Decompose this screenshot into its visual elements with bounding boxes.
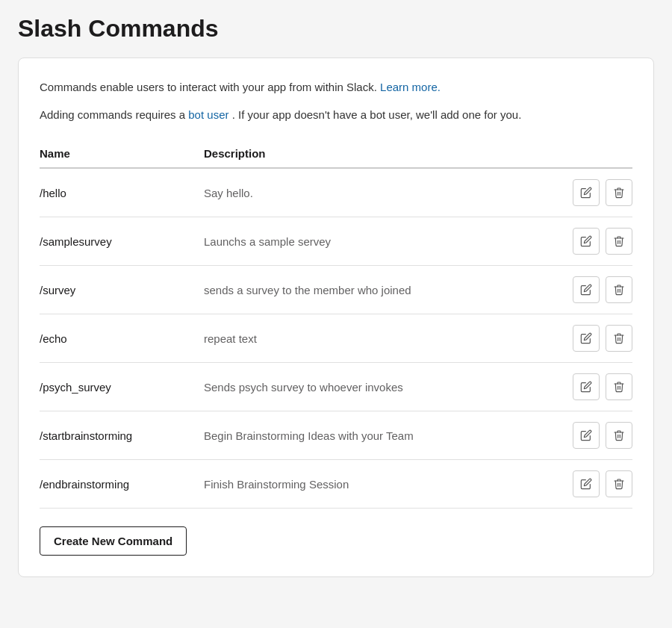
command-actions [550, 325, 632, 352]
command-name: /startbrainstorming [40, 429, 204, 442]
info-line1: Commands enable users to interact with y… [40, 79, 632, 96]
command-actions [550, 422, 632, 449]
command-description: repeat text [204, 332, 550, 345]
info-line2-prefix: Adding commands requires a [40, 108, 188, 121]
trash-icon [613, 235, 625, 247]
table-row: /samplesurvey Launchs a sample servey [40, 217, 632, 266]
command-description: Say hello. [204, 187, 550, 199]
trash-icon [613, 478, 625, 490]
command-description: Sends psych survey to whoever invokes [204, 381, 550, 394]
info-line2-suffix: . If your app doesn't have a bot user, w… [232, 108, 522, 121]
pencil-icon [580, 429, 592, 441]
info-line2: Adding commands requires a bot user . If… [40, 107, 632, 124]
col-header-name: Name [40, 147, 204, 160]
edit-button[interactable] [573, 179, 600, 206]
page-title: Slash Commands [18, 15, 654, 43]
trash-icon [613, 429, 625, 441]
delete-button[interactable] [606, 373, 632, 400]
command-name: /endbrainstorming [40, 478, 204, 491]
edit-button[interactable] [573, 470, 600, 497]
delete-button[interactable] [606, 470, 632, 497]
learn-more-link[interactable]: Learn more. [380, 81, 441, 93]
trash-icon [613, 381, 625, 393]
bot-user-link[interactable]: bot user [188, 108, 228, 121]
command-name: /hello [40, 187, 204, 199]
table-row: /psych_survey Sends psych survey to whoe… [40, 363, 632, 411]
edit-button[interactable] [573, 276, 600, 303]
col-header-description: Description [204, 147, 550, 160]
main-card: Commands enable users to interact with y… [18, 57, 654, 577]
command-description: Launchs a sample servey [204, 235, 550, 248]
delete-button[interactable] [606, 228, 632, 255]
table-header: Name Description [40, 141, 632, 169]
trash-icon [613, 187, 625, 199]
command-actions [550, 373, 632, 400]
trash-icon [613, 284, 625, 296]
table-row: /startbrainstorming Begin Brainstorming … [40, 411, 632, 460]
command-actions [550, 228, 632, 255]
trash-icon [613, 332, 625, 344]
command-name: /echo [40, 332, 204, 345]
table-row: /echo repeat text [40, 314, 632, 363]
command-actions [550, 276, 632, 303]
pencil-icon [580, 381, 592, 393]
pencil-icon [580, 332, 592, 344]
table-rows-container: /hello Say hello. [40, 169, 632, 509]
command-name: /psych_survey [40, 381, 204, 394]
command-actions [550, 470, 632, 497]
create-new-command-button[interactable]: Create New Command [40, 526, 187, 556]
delete-button[interactable] [606, 325, 632, 352]
pencil-icon [580, 478, 592, 490]
command-actions [550, 179, 632, 206]
command-description: sends a survey to the member who joined [204, 284, 550, 296]
pencil-icon [580, 187, 592, 199]
delete-button[interactable] [606, 179, 632, 206]
delete-button[interactable] [606, 276, 632, 303]
info-line1-text: Commands enable users to interact with y… [40, 81, 380, 93]
commands-table: Name Description /hello Say hello. [40, 141, 632, 509]
edit-button[interactable] [573, 373, 600, 400]
command-description: Finish Brainstorming Session [204, 478, 550, 491]
pencil-icon [580, 235, 592, 247]
table-row: /endbrainstorming Finish Brainstorming S… [40, 460, 632, 509]
edit-button[interactable] [573, 325, 600, 352]
command-name: /samplesurvey [40, 235, 204, 248]
table-row: /survey sends a survey to the member who… [40, 266, 632, 314]
delete-button[interactable] [606, 422, 632, 449]
edit-button[interactable] [573, 422, 600, 449]
pencil-icon [580, 284, 592, 296]
command-name: /survey [40, 284, 204, 296]
table-row: /hello Say hello. [40, 169, 632, 217]
edit-button[interactable] [573, 228, 600, 255]
command-description: Begin Brainstorming Ideas with your Team [204, 429, 550, 442]
